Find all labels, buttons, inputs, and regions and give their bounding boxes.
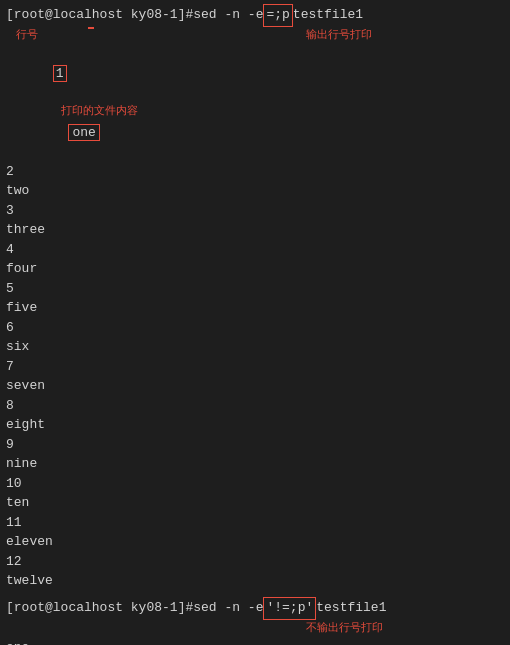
- cmd1-pre: sed -n -e: [193, 5, 263, 26]
- output-text-five: five: [6, 298, 504, 318]
- cmd2-highlight: '!=;p': [263, 597, 316, 620]
- output-text-eight: eight: [6, 415, 504, 435]
- output-text-four: four: [6, 259, 504, 279]
- output-num-6: 6: [6, 318, 504, 338]
- line-num-1: 1: [53, 65, 67, 82]
- cmd2-pre: sed -n -e: [193, 598, 263, 619]
- output-num-3: 3: [6, 201, 504, 221]
- output-num-8: 8: [6, 396, 504, 416]
- output-text-six: six: [6, 337, 504, 357]
- word-one: one: [68, 124, 99, 141]
- output-num-9: 9: [6, 435, 504, 455]
- output-line-numbered-1: 1: [6, 45, 504, 104]
- annotation-no-number: 不输出行号打印: [306, 620, 383, 635]
- command-line-1: [root@localhost ky08-1]# sed -n -e =;p t…: [6, 4, 504, 27]
- output-num-7: 7: [6, 357, 504, 377]
- command-line-2: [root@localhost ky08-1]# sed -n -e '!=;p…: [6, 597, 504, 620]
- cmd1-post: testfile1: [293, 5, 363, 26]
- cmd2-post: testfile1: [316, 598, 386, 619]
- output-text-ten: ten: [6, 493, 504, 513]
- output-num-12: 12: [6, 552, 504, 572]
- prompt-2: [root@localhost ky08-1]#: [6, 598, 193, 619]
- output-num-2: 2: [6, 162, 504, 182]
- output-text-eleven: eleven: [6, 532, 504, 552]
- prompt-1: [root@localhost ky08-1]#: [6, 5, 193, 26]
- out2-one: one: [6, 638, 504, 645]
- output-num-4: 4: [6, 240, 504, 260]
- output-text-two: two: [6, 181, 504, 201]
- output-num-10: 10: [6, 474, 504, 494]
- output-num-5: 5: [6, 279, 504, 299]
- output-num-11: 11: [6, 513, 504, 533]
- output-text-seven: seven: [6, 376, 504, 396]
- annotation-file-content: 打印的文件内容: [61, 103, 138, 118]
- line-number-box-label: [88, 27, 94, 29]
- cmd1-highlight: =;p: [263, 4, 292, 27]
- output-text-nine: nine: [6, 454, 504, 474]
- annotation-output: 输出行号打印: [306, 27, 372, 42]
- output-text-twelve: twelve: [6, 571, 504, 591]
- annotation-line-number: 行号: [16, 27, 38, 42]
- output-text-three: three: [6, 220, 504, 240]
